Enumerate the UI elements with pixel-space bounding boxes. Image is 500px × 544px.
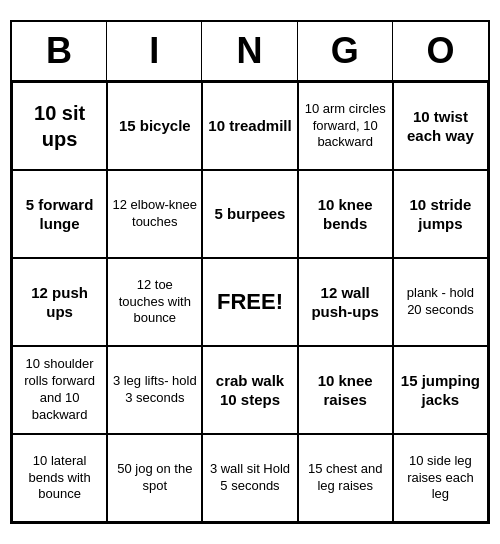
bingo-cell: 10 lateral bends with bounce — [12, 434, 107, 522]
bingo-cell: 10 twist each way — [393, 82, 488, 170]
bingo-cell: 10 treadmill — [202, 82, 297, 170]
bingo-cell: 10 knee bends — [298, 170, 393, 258]
bingo-cell: FREE! — [202, 258, 297, 346]
bingo-cell: 15 chest and leg raises — [298, 434, 393, 522]
bingo-cell: 10 knee raises — [298, 346, 393, 434]
bingo-header: BINGO — [12, 22, 488, 82]
header-letter: G — [298, 22, 393, 80]
bingo-cell: 10 side leg raises each leg — [393, 434, 488, 522]
header-letter: I — [107, 22, 202, 80]
bingo-cell: 12 wall push-ups — [298, 258, 393, 346]
bingo-cell: 15 bicycle — [107, 82, 202, 170]
bingo-cell: 10 sit ups — [12, 82, 107, 170]
header-letter: N — [202, 22, 297, 80]
bingo-cell: 5 burpees — [202, 170, 297, 258]
bingo-card: BINGO 10 sit ups15 bicycle10 treadmill10… — [10, 20, 490, 524]
bingo-cell: 10 stride jumps — [393, 170, 488, 258]
bingo-cell: 3 wall sit Hold 5 seconds — [202, 434, 297, 522]
bingo-cell: 12 push ups — [12, 258, 107, 346]
bingo-cell: 15 jumping jacks — [393, 346, 488, 434]
header-letter: B — [12, 22, 107, 80]
bingo-cell: 12 elbow-knee touches — [107, 170, 202, 258]
bingo-cell: 3 leg lifts- hold 3 seconds — [107, 346, 202, 434]
bingo-cell: plank - hold 20 seconds — [393, 258, 488, 346]
bingo-cell: 12 toe touches with bounce — [107, 258, 202, 346]
bingo-grid: 10 sit ups15 bicycle10 treadmill10 arm c… — [12, 82, 488, 522]
bingo-cell: 5 forward lunge — [12, 170, 107, 258]
header-letter: O — [393, 22, 488, 80]
bingo-cell: 10 shoulder rolls forward and 10 backwar… — [12, 346, 107, 434]
bingo-cell: 10 arm circles forward, 10 backward — [298, 82, 393, 170]
bingo-cell: crab walk 10 steps — [202, 346, 297, 434]
bingo-cell: 50 jog on the spot — [107, 434, 202, 522]
